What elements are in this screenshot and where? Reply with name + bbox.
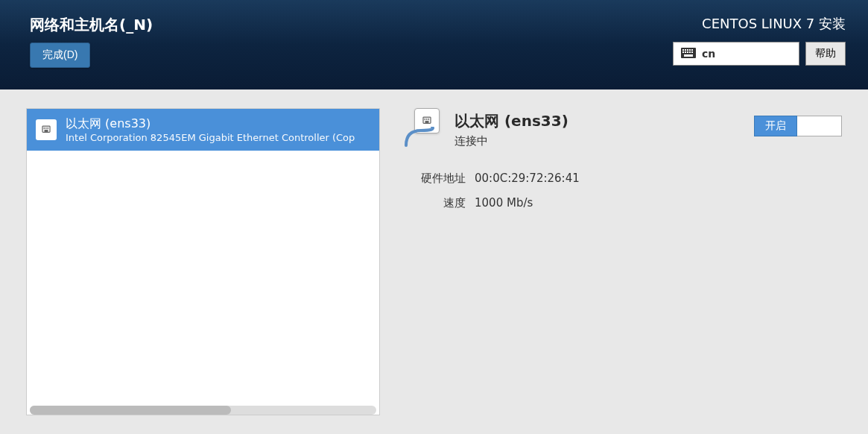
- speed-value: 1000 Mb/s: [475, 196, 533, 210]
- ethernet-detail-icon: [402, 108, 443, 149]
- speed-row: 速度 1000 Mb/s: [402, 196, 842, 210]
- lang-code-label: cn: [702, 48, 715, 60]
- cable-icon: [402, 127, 440, 149]
- svg-rect-6: [682, 51, 684, 53]
- hardware-address-row: 硬件地址 00:0C:29:72:26:41: [402, 172, 842, 186]
- detail-device-name: 以太网 (ens33): [454, 111, 568, 131]
- svg-rect-13: [45, 130, 48, 132]
- svg-rect-10: [691, 51, 693, 53]
- hardware-address-value: 00:0C:29:72:26:41: [475, 172, 580, 186]
- device-item-text: 以太网 (ens33) Intel Corporation 82545EM Gi…: [66, 116, 355, 143]
- svg-rect-15: [45, 128, 46, 130]
- svg-rect-14: [44, 128, 45, 130]
- connection-toggle[interactable]: 开启: [754, 116, 842, 136]
- svg-rect-16: [48, 128, 48, 130]
- help-button[interactable]: 帮助: [805, 42, 846, 66]
- speed-label: 速度: [402, 196, 466, 210]
- svg-rect-4: [689, 49, 691, 51]
- svg-rect-19: [425, 119, 425, 121]
- network-device-list[interactable]: 以太网 (ens33) Intel Corporation 82545EM Gi…: [26, 108, 380, 415]
- horizontal-scrollbar[interactable]: [30, 406, 376, 415]
- svg-rect-5: [691, 49, 693, 51]
- svg-rect-2: [685, 49, 686, 51]
- svg-rect-9: [689, 51, 691, 53]
- device-info-rows: 硬件地址 00:0C:29:72:26:41 速度 1000 Mb/s: [402, 172, 842, 210]
- svg-rect-8: [687, 51, 688, 53]
- device-detail-panel: 以太网 (ens33) 连接中 硬件地址 00:0C:29:72:26:41 速…: [402, 108, 842, 415]
- header-right: CENTOS LINUX 7 安装: [673, 15, 846, 78]
- svg-rect-7: [685, 51, 686, 53]
- device-item-description: Intel Corporation 82545EM Gigabit Ethern…: [66, 132, 355, 143]
- device-list-item[interactable]: 以太网 (ens33) Intel Corporation 82545EM Gi…: [27, 109, 379, 151]
- toggle-slider[interactable]: [797, 116, 842, 136]
- main-content: 以太网 (ens33) Intel Corporation 82545EM Gi…: [0, 89, 868, 434]
- svg-rect-3: [687, 49, 688, 51]
- svg-rect-11: [684, 54, 693, 57]
- hardware-address-label: 硬件地址: [402, 172, 466, 186]
- device-item-name: 以太网 (ens33): [66, 116, 355, 132]
- scrollbar-thumb[interactable]: [30, 406, 231, 415]
- detail-title-box: 以太网 (ens33) 连接中: [454, 111, 568, 148]
- header-bar: 网络和主机名(_N) 完成(D) CENTOS LINUX 7 安装: [0, 0, 868, 89]
- svg-rect-18: [425, 121, 429, 123]
- detail-connection-status: 连接中: [454, 134, 568, 148]
- done-button[interactable]: 完成(D): [30, 43, 90, 68]
- keyboard-icon: [681, 48, 696, 60]
- ethernet-plug-icon: [36, 119, 57, 140]
- install-title: CENTOS LINUX 7 安装: [702, 15, 846, 33]
- keyboard-layout-indicator[interactable]: cn: [673, 42, 799, 66]
- svg-rect-21: [428, 119, 429, 121]
- svg-rect-1: [682, 49, 684, 51]
- header-left: 网络和主机名(_N) 完成(D): [30, 15, 153, 78]
- page-title: 网络和主机名(_N): [30, 15, 153, 35]
- lang-help-row: cn 帮助: [673, 42, 846, 66]
- toggle-on-label[interactable]: 开启: [754, 116, 797, 136]
- svg-rect-20: [426, 119, 427, 121]
